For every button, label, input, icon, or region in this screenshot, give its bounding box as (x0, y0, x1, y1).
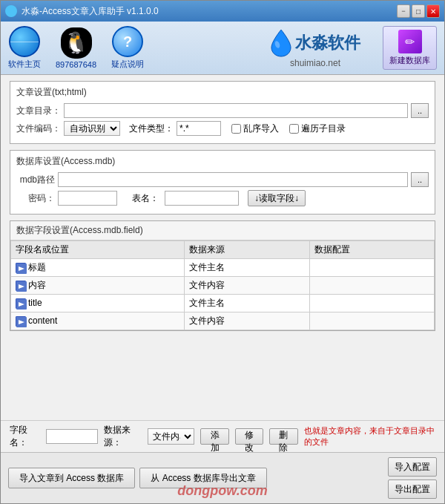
export-btn[interactable]: 从 Access 数据库导出文章 (139, 468, 266, 488)
brand-url: shuimiao.net (290, 58, 340, 68)
main-window: 水淼-Access文章入库助手 v1.1.0.0 － □ ✕ 软件主页 8976… (0, 0, 445, 504)
qq-icon (61, 27, 92, 59)
table-row[interactable]: content 文件内容 (11, 312, 435, 330)
mdb-path-row: mdb路径 .. (16, 172, 429, 187)
export-config-btn[interactable]: 导出配置 (388, 480, 437, 499)
type-label: 文件类型： (129, 122, 174, 135)
subdir-label: 遍历子目录 (301, 122, 346, 135)
maximize-btn[interactable]: □ (412, 4, 425, 18)
field-config-cell (309, 312, 434, 330)
db-section-title: 数据库设置(Access.mdb) (16, 155, 429, 168)
fields-table: 字段名或位置 数据来源 数据配置 标题 文件主名 内容 文件 (10, 240, 435, 330)
mdb-path-input[interactable] (58, 172, 408, 187)
encoding-select[interactable]: 自动识别 UTF-8 GBK (64, 121, 120, 136)
field-config-cell (309, 277, 434, 295)
import-config-btn[interactable]: 导入配置 (388, 457, 437, 477)
brand-logo: 水淼软件 (270, 28, 360, 58)
toolbar-home[interactable]: 软件主页 (8, 26, 41, 70)
article-options-row: 文件编码： 自动识别 UTF-8 GBK 文件类型： 乱序导入 遍历子目录 (16, 121, 429, 136)
datasource-select[interactable]: 文件内容 文件主名 文件路径 自定义 (148, 428, 195, 445)
subdir-checkbox[interactable] (289, 124, 299, 134)
titlebar-controls: － □ ✕ (397, 4, 440, 18)
field-source-cell: 文件主名 (185, 259, 309, 277)
new-db-icon: ✏ (398, 30, 422, 53)
app-icon (5, 5, 17, 17)
article-dir-row: 文章目录： .. (16, 103, 429, 118)
new-db-label: 新建数据库 (389, 55, 430, 66)
database-section: 数据库设置(Access.mdb) mdb路径 .. 密码： 表名： ↓读取字段… (10, 150, 435, 215)
field-config-cell (309, 259, 434, 277)
table-label: 表名： (132, 192, 159, 205)
titlebar: 水淼-Access文章入库助手 v1.1.0.0 － □ ✕ (1, 1, 444, 22)
new-db-button[interactable]: ✏ 新建数据库 (383, 26, 437, 70)
fields-section: 数据字段设置(Access.mdb.field) 字段名或位置 数据来源 数据配… (10, 220, 435, 331)
read-fields-btn[interactable]: ↓读取字段↓ (248, 190, 306, 206)
row-icon (16, 263, 26, 273)
titlebar-left: 水淼-Access文章入库助手 v1.1.0.0 (5, 5, 159, 18)
footer: 导入文章到 Access 数据库 从 Access 数据库导出文章 导入配置 导… (1, 452, 444, 503)
mdb-browse-btn[interactable]: .. (411, 172, 429, 187)
brand-area: 水淼软件 shuimiao.net (270, 28, 360, 68)
row-icon (16, 298, 26, 309)
field-source-cell: 文件内容 (185, 277, 309, 295)
help-icon: ? (112, 26, 143, 57)
col-header-name: 字段名或位置 (11, 241, 185, 259)
table-row[interactable]: 标题 文件主名 (11, 259, 435, 277)
qq-label: 897687648 (56, 60, 96, 69)
subdir-checkbox-row: 遍历子目录 (289, 122, 346, 135)
field-source-cell: 文件主名 (185, 295, 309, 312)
brand-drop-icon (270, 28, 292, 58)
delete-btn[interactable]: 删除 (269, 428, 297, 445)
table-row[interactable]: 内容 文件内容 (11, 277, 435, 295)
encoding-label: 文件编码： (16, 122, 61, 135)
row-icon (16, 281, 26, 291)
table-row[interactable]: title 文件主名 (11, 295, 435, 312)
password-label: 密码： (16, 192, 55, 205)
col-header-source: 数据来源 (185, 241, 309, 259)
field-name-cell: title (11, 295, 185, 312)
globe-icon (9, 26, 40, 57)
hint-text: 也就是文章内容，来自于文章目录中的文件 (304, 425, 435, 448)
field-name-cell: 内容 (11, 277, 185, 295)
table-input[interactable] (165, 191, 239, 206)
article-dir-input[interactable] (64, 103, 408, 118)
brand-name: 水淼软件 (295, 32, 360, 54)
db-auth-row: 密码： 表名： ↓读取字段↓ (16, 190, 429, 206)
close-btn[interactable]: ✕ (426, 4, 440, 18)
bottom-form: 字段名： 数据来源： 文件内容 文件主名 文件路径 自定义 添加 修改 删除 也… (1, 420, 444, 452)
file-type-input[interactable] (177, 121, 221, 136)
field-name-cell: 标题 (11, 259, 185, 277)
home-label: 软件主页 (8, 59, 41, 70)
article-section-title: 文章设置(txt;html) (16, 86, 429, 99)
mdb-label: mdb路径 (16, 174, 55, 186)
random-checkbox[interactable] (231, 124, 241, 134)
random-checkbox-row: 乱序导入 (231, 122, 279, 135)
minimize-btn[interactable]: － (397, 4, 410, 18)
row-icon (16, 316, 26, 327)
toolbar-help[interactable]: ? 疑点说明 (111, 26, 144, 70)
main-content: 文章设置(txt;html) 文章目录： .. 文件编码： 自动识别 UTF-8… (1, 75, 444, 420)
footer-right: 导入配置 导出配置 (388, 457, 437, 499)
article-dir-browse-btn[interactable]: .. (411, 103, 429, 118)
field-name-cell: content (11, 312, 185, 330)
fields-section-title: 数据字段设置(Access.mdb.field) (10, 221, 435, 240)
import-btn[interactable]: 导入文章到 Access 数据库 (8, 468, 135, 488)
toolbar-qq[interactable]: 897687648 (56, 27, 96, 69)
random-label: 乱序导入 (243, 122, 279, 135)
add-btn[interactable]: 添加 (200, 428, 228, 445)
col-header-config: 数据配置 (309, 241, 434, 259)
window-title: 水淼-Access文章入库助手 v1.1.0.0 (22, 5, 159, 18)
datasource-label: 数据来源： (104, 424, 142, 449)
help-label: 疑点说明 (111, 59, 144, 70)
field-name-input[interactable] (46, 429, 98, 444)
toolbar: 软件主页 897687648 ? 疑点说明 水淼软件 shui (1, 22, 444, 75)
field-source-cell: 文件内容 (185, 312, 309, 330)
field-config-cell (309, 295, 434, 312)
field-name-label: 字段名： (10, 424, 40, 449)
edit-btn[interactable]: 修改 (235, 428, 263, 445)
password-input[interactable] (58, 191, 117, 206)
dir-label: 文章目录： (16, 105, 61, 117)
article-section: 文章设置(txt;html) 文章目录： .. 文件编码： 自动识别 UTF-8… (10, 81, 435, 144)
